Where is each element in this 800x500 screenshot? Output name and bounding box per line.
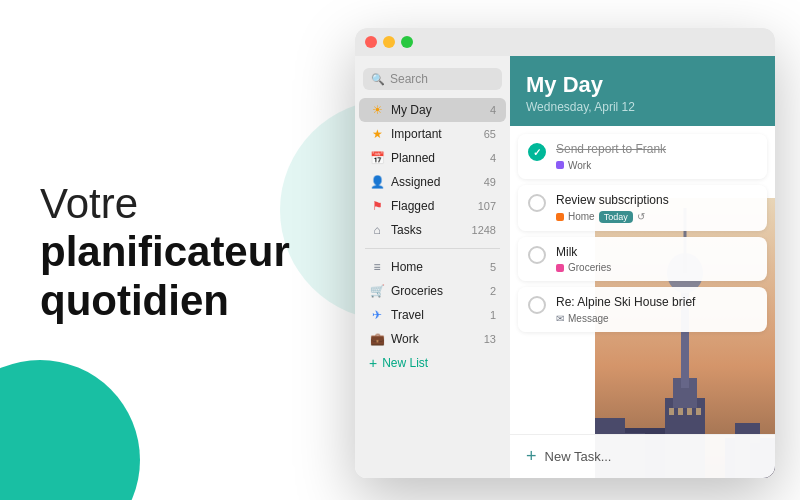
task-checkbox[interactable] [528,194,546,212]
sidebar-item-count: 1248 [472,224,496,236]
maximize-button[interactable] [401,36,413,48]
star-icon: ★ [369,126,385,142]
sidebar-item-count: 4 [490,104,496,116]
sidebar-item-count: 4 [490,152,496,164]
task-tag: Message [568,313,609,324]
sidebar-item-label: Travel [391,308,490,322]
minimize-button[interactable] [383,36,395,48]
sidebar-item-work[interactable]: 💼 Work 13 [359,327,506,351]
app-window: 🔍 Search ☀ My Day 4 ★ Important 65 📅 Pla… [355,28,775,478]
hero-line2: planificateur [40,228,290,276]
sidebar-item-count: 2 [490,285,496,297]
sidebar-item-count: 107 [478,200,496,212]
search-label: Search [390,72,428,86]
titlebar [355,28,775,56]
today-badge: Today [599,211,633,223]
search-icon: 🔍 [371,73,385,86]
task-tag: Groceries [568,262,611,273]
task-item[interactable]: Send report to Frank Work [518,134,767,179]
search-bar[interactable]: 🔍 Search [363,68,502,90]
groceries-icon: 🛒 [369,283,385,299]
house-icon: ⌂ [369,222,385,238]
flag-icon: ⚑ [369,198,385,214]
task-item[interactable]: Re: Alpine Ski House brief ✉ Message [518,287,767,332]
hero-section: Votre planificateur quotidien [40,180,290,325]
task-area: Send report to Frank Work Review subscri… [510,126,775,478]
task-checkbox[interactable] [528,143,546,161]
task-title: Milk [556,245,757,261]
task-meta: ✉ Message [556,313,757,324]
task-tag: Home [568,211,595,222]
task-info: Re: Alpine Ski House brief ✉ Message [556,295,757,324]
close-button[interactable] [365,36,377,48]
task-tag: Work [568,160,591,171]
task-info: Send report to Frank Work [556,142,757,171]
task-info: Milk Groceries [556,245,757,274]
new-list-button[interactable]: + New List [359,351,506,375]
task-meta: Groceries [556,262,757,273]
sidebar: 🔍 Search ☀ My Day 4 ★ Important 65 📅 Pla… [355,56,510,478]
sidebar-item-important[interactable]: ★ Important 65 [359,122,506,146]
plus-icon: + [369,355,377,371]
sidebar-item-home[interactable]: ≡ Home 5 [359,255,506,279]
plane-icon: ✈ [369,307,385,323]
new-list-label: New List [382,356,428,370]
briefcase-icon: 💼 [369,331,385,347]
sidebar-item-count: 5 [490,261,496,273]
new-task-label: New Task... [545,449,612,464]
svg-rect-9 [696,408,701,415]
message-icon: ✉ [556,313,564,324]
svg-rect-6 [669,408,674,415]
sidebar-item-label: Planned [391,151,490,165]
sidebar-item-my-day[interactable]: ☀ My Day 4 [359,98,506,122]
task-meta: Home Today ↺ [556,211,757,223]
main-content: My Day Wednesday, April 12 [510,56,775,478]
sidebar-item-label: Flagged [391,199,478,213]
task-item[interactable]: Milk Groceries [518,237,767,282]
sidebar-item-count: 1 [490,309,496,321]
task-checkbox[interactable] [528,296,546,314]
sidebar-item-flagged[interactable]: ⚑ Flagged 107 [359,194,506,218]
sidebar-item-label: Work [391,332,484,346]
sidebar-item-count: 13 [484,333,496,345]
task-title: Review subscriptions [556,193,757,209]
grid-icon: ≡ [369,259,385,275]
task-checkbox[interactable] [528,246,546,264]
sidebar-item-label: Home [391,260,490,274]
sidebar-item-label: My Day [391,103,490,117]
new-task-bar[interactable]: + New Task... [510,434,775,478]
myday-subtitle: Wednesday, April 12 [526,100,759,114]
tag-dot-orange [556,213,564,221]
calendar-icon: 📅 [369,150,385,166]
tasks-list: Send report to Frank Work Review subscri… [510,126,775,345]
tag-dot-purple [556,161,564,169]
sidebar-item-count: 49 [484,176,496,188]
svg-rect-7 [678,408,683,415]
svg-rect-8 [687,408,692,415]
sidebar-item-label: Important [391,127,484,141]
myday-title: My Day [526,72,759,98]
sidebar-item-assigned[interactable]: 👤 Assigned 49 [359,170,506,194]
person-icon: 👤 [369,174,385,190]
sidebar-item-count: 65 [484,128,496,140]
sidebar-item-label: Groceries [391,284,490,298]
sidebar-item-travel[interactable]: ✈ Travel 1 [359,303,506,327]
sidebar-divider [365,248,500,249]
task-title: Re: Alpine Ski House brief [556,295,757,311]
myday-header: My Day Wednesday, April 12 [510,56,775,126]
hero-line3: quotidien [40,277,290,325]
sun-icon: ☀ [369,102,385,118]
hero-line1: Votre [40,180,290,228]
tag-dot-pink [556,264,564,272]
new-task-plus-icon: + [526,446,537,467]
task-info: Review subscriptions Home Today ↺ [556,193,757,223]
sidebar-item-tasks[interactable]: ⌂ Tasks 1248 [359,218,506,242]
repeat-icon: ↺ [637,211,645,222]
sidebar-item-groceries[interactable]: 🛒 Groceries 2 [359,279,506,303]
sidebar-item-planned[interactable]: 📅 Planned 4 [359,146,506,170]
sidebar-item-label: Tasks [391,223,472,237]
task-meta: Work [556,160,757,171]
task-item[interactable]: Review subscriptions Home Today ↺ [518,185,767,231]
sidebar-item-label: Assigned [391,175,484,189]
task-title: Send report to Frank [556,142,757,158]
